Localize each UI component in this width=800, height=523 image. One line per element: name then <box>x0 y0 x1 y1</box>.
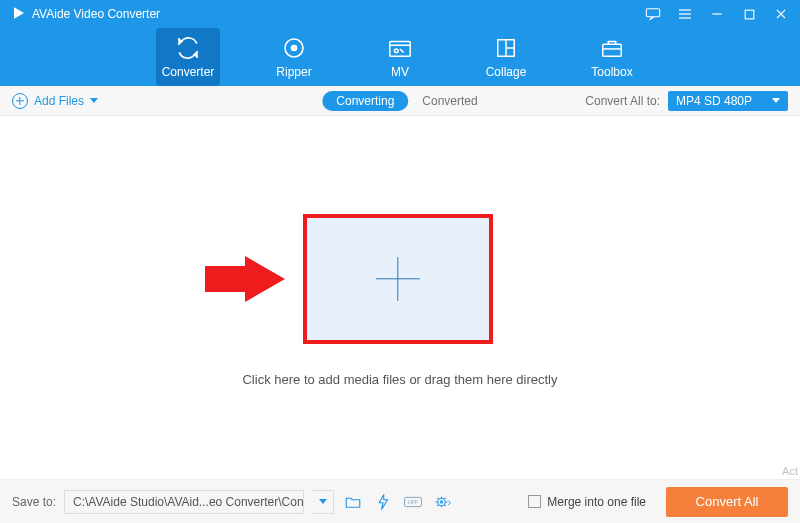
svg-marker-18 <box>205 256 285 302</box>
high-speed-button[interactable]: OFF <box>402 491 424 513</box>
save-path-dropdown[interactable] <box>312 490 334 514</box>
svg-rect-6 <box>745 10 754 19</box>
tab-toolbox[interactable]: Toolbox <box>580 28 644 86</box>
svg-marker-19 <box>379 494 387 509</box>
tab-label: Converter <box>162 65 215 79</box>
app-logo-icon <box>10 5 26 24</box>
tab-label: Ripper <box>276 65 311 79</box>
chevron-down-icon <box>319 499 327 504</box>
save-path-field[interactable]: C:\AVAide Studio\AVAid...eo Converter\Co… <box>64 490 304 514</box>
svg-text:OFF: OFF <box>408 499 419 505</box>
convert-all-label: Convert All <box>696 494 759 509</box>
merge-label: Merge into one file <box>547 495 646 509</box>
main-area: Click here to add media files or drag th… <box>0 116 800 479</box>
feedback-icon[interactable] <box>644 5 662 23</box>
svg-rect-16 <box>603 44 621 56</box>
minimize-icon[interactable] <box>708 5 726 23</box>
menu-icon[interactable] <box>676 5 694 23</box>
titlebar: AVAide Video Converter <box>0 0 800 28</box>
svg-marker-0 <box>15 8 23 17</box>
output-format-value: MP4 SD 480P <box>676 94 764 108</box>
tab-ripper[interactable]: Ripper <box>262 28 326 86</box>
mv-icon <box>387 35 413 61</box>
tab-collage[interactable]: Collage <box>474 28 538 86</box>
settings-button[interactable] <box>432 491 454 513</box>
add-files-label: Add Files <box>34 94 84 108</box>
annotation-arrow-icon <box>205 256 285 302</box>
collage-icon <box>493 35 519 61</box>
ripper-icon <box>281 35 307 61</box>
open-folder-button[interactable] <box>342 491 364 513</box>
close-icon[interactable] <box>772 5 790 23</box>
chevron-down-icon <box>90 98 98 103</box>
tab-label: Collage <box>486 65 527 79</box>
hardware-accel-button[interactable] <box>372 491 394 513</box>
plus-icon <box>376 257 420 301</box>
maximize-icon[interactable] <box>740 5 758 23</box>
output-format-selector[interactable]: MP4 SD 480P <box>668 91 788 111</box>
tab-label: MV <box>391 65 409 79</box>
plus-circle-icon <box>12 93 28 109</box>
drop-zone-hint: Click here to add media files or drag th… <box>0 372 800 387</box>
checkbox-icon <box>528 495 541 508</box>
svg-rect-1 <box>646 9 659 17</box>
mode-converting[interactable]: Converting <box>322 91 408 111</box>
main-tabs: Converter Ripper MV Collage <box>0 28 800 86</box>
tab-converter[interactable]: Converter <box>156 28 220 86</box>
footer: Save to: C:\AVAide Studio\AVAid...eo Con… <box>0 479 800 523</box>
add-files-button[interactable]: Add Files <box>12 93 98 109</box>
converter-icon <box>175 35 201 61</box>
svg-point-10 <box>292 46 297 51</box>
mode-converted[interactable]: Converted <box>422 94 477 108</box>
merge-checkbox[interactable]: Merge into one file <box>528 495 646 509</box>
subbar: Add Files Converting Converted Convert A… <box>0 86 800 116</box>
convert-all-to-label: Convert All to: <box>585 94 660 108</box>
tab-mv[interactable]: MV <box>368 28 432 86</box>
convert-all-button[interactable]: Convert All <box>666 487 788 517</box>
save-to-label: Save to: <box>12 495 56 509</box>
tab-label: Toolbox <box>591 65 632 79</box>
svg-point-23 <box>440 500 442 502</box>
app-title: AVAide Video Converter <box>32 7 160 21</box>
chevron-down-icon <box>772 98 780 103</box>
svg-point-12 <box>394 49 398 53</box>
os-watermark-fragment: Act <box>782 465 798 477</box>
toolbox-icon <box>599 35 625 61</box>
svg-point-22 <box>438 498 446 506</box>
drop-zone[interactable] <box>303 214 493 344</box>
